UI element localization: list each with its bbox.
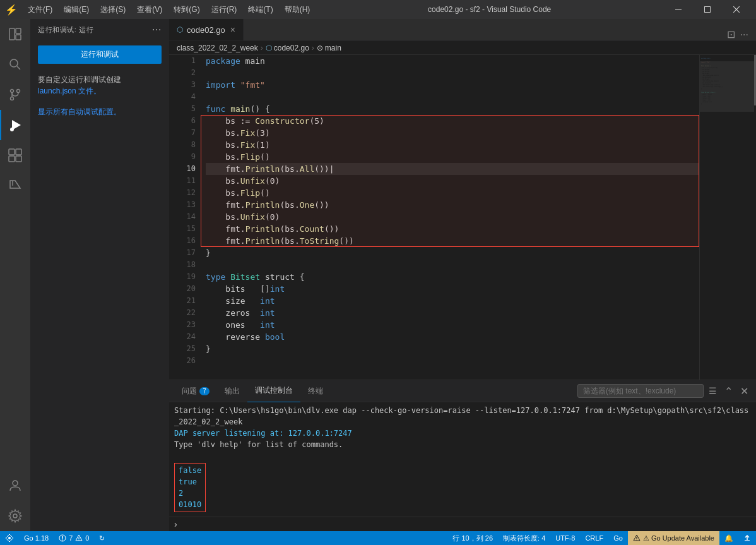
statusbar-go-version[interactable]: Go 1.18 xyxy=(19,531,54,545)
symbol-icon: ⊙ xyxy=(317,44,323,52)
menu-view[interactable]: 查看(V) xyxy=(132,3,167,16)
statusbar-tab-size[interactable]: 制表符长度: 4 xyxy=(498,531,550,545)
svg-point-10 xyxy=(17,90,20,93)
panel-collapse-button[interactable]: ⌃ xyxy=(722,385,735,397)
go-update-text: ⚠ Go Update Available xyxy=(643,534,714,542)
statusbar-right: 行 10，列 26 制表符长度: 4 UTF-8 CRLF Go ⚠ Go Up… xyxy=(447,531,756,545)
svg-line-8 xyxy=(17,66,20,69)
panel-tab-terminal[interactable]: 终端 xyxy=(300,380,331,402)
svg-rect-4 xyxy=(9,28,15,40)
line-num-4: 4 xyxy=(169,91,196,103)
line-num-22: 22 xyxy=(169,307,196,319)
panel-close-button[interactable]: ✕ xyxy=(738,385,751,397)
activity-settings[interactable] xyxy=(0,501,30,531)
statusbar-line-ending[interactable]: CRLF xyxy=(580,531,608,545)
show-all-configs[interactable]: 显示所有自动调试配置。 xyxy=(30,102,169,123)
breadcrumb-folder[interactable]: class_2022_02_2_week xyxy=(177,44,258,52)
panel-list-view-button[interactable]: ☰ xyxy=(706,386,719,396)
code-line-17: } xyxy=(206,247,699,259)
terminal-prompt-bar: › xyxy=(169,517,756,531)
tab-label: code02.go xyxy=(187,25,225,35)
code-line-15: fmt.Println(bs.Count()) xyxy=(206,223,699,235)
output-false: false xyxy=(179,465,201,476)
statusbar-language[interactable]: Go xyxy=(608,531,628,545)
maximize-button[interactable] xyxy=(693,0,722,19)
statusbar-upload[interactable] xyxy=(738,531,756,545)
svg-point-21 xyxy=(13,514,17,518)
code-line-6: bs := Constructor(5) xyxy=(206,115,699,127)
line-num-18: 18 xyxy=(169,259,196,271)
launch-json-link[interactable]: launch.json 文件。 xyxy=(38,87,101,95)
tabs-bar: ⬡ code02.go × ⊡ ··· xyxy=(169,19,756,41)
code-content[interactable]: package main import "fmt" func main() { … xyxy=(201,55,699,380)
statusbar-go-update[interactable]: ⚠ Go Update Available xyxy=(628,531,719,545)
menu-file[interactable]: 文件(F) xyxy=(23,3,57,16)
minimap: package main import "fmt" func main() { … xyxy=(699,55,756,380)
more-actions-button[interactable]: ··· xyxy=(738,29,751,40)
svg-rect-5 xyxy=(16,28,21,33)
tab-close-button[interactable]: × xyxy=(230,25,235,35)
sidebar-header: 运行和调试: 运行 ··· xyxy=(30,19,169,40)
line-num-2: 2 xyxy=(169,67,196,79)
activity-source-control[interactable] xyxy=(0,80,30,110)
sidebar-more-button[interactable]: ··· xyxy=(152,24,162,35)
menu-select[interactable]: 选择(S) xyxy=(95,3,131,16)
menu-edit[interactable]: 编辑(E) xyxy=(59,3,94,16)
error-count: 7 xyxy=(69,534,73,542)
panel-tab-debug-console[interactable]: 调试控制台 xyxy=(247,380,300,402)
statusbar-errors[interactable]: 7 0 xyxy=(54,531,94,545)
statusbar-sync[interactable]: ↻ xyxy=(94,531,110,545)
tab-code02[interactable]: ⬡ code02.go × xyxy=(169,19,244,40)
menu-terminal[interactable]: 终端(T) xyxy=(243,3,278,16)
panel-content[interactable]: Starting: C:\Users\hs1go\bin\dlv.exe dap… xyxy=(169,402,756,517)
line-num-16: 16 xyxy=(169,235,196,247)
code-line-14: bs.Unfix(0) xyxy=(206,211,699,223)
code-line-25: } xyxy=(206,343,699,355)
activity-test[interactable] xyxy=(0,171,30,201)
svg-point-29 xyxy=(636,539,637,540)
terminal-line-blank xyxy=(174,450,751,462)
menu-run[interactable]: 运行(R) xyxy=(206,3,242,16)
bottom-panel: 问题 7 输出 调试控制台 终端 ☰ ⌃ ✕ xyxy=(169,380,756,531)
output-true: true xyxy=(179,476,201,488)
breadcrumb-sep2: › xyxy=(312,44,314,52)
statusbar-position[interactable]: 行 10，列 26 xyxy=(447,531,498,545)
svg-rect-15 xyxy=(9,149,15,155)
breadcrumb-symbol[interactable]: ⊙ main xyxy=(317,44,341,52)
breadcrumb-file[interactable]: ⬡ code02.go xyxy=(266,44,309,52)
code-line-22: zeros int xyxy=(206,307,699,319)
problems-label: 问题 xyxy=(182,386,197,397)
line-num-14: 14 xyxy=(169,211,196,223)
svg-point-7 xyxy=(10,59,18,67)
terminal-line-1: Starting: C:\Users\hs1go\bin\dlv.exe dap… xyxy=(174,405,751,428)
statusbar-notifications[interactable]: 🔔 xyxy=(719,531,738,545)
code-line-23: ones int xyxy=(206,319,699,331)
run-debug-button[interactable]: 运行和调试 xyxy=(38,45,162,64)
activity-extensions[interactable] xyxy=(0,140,30,171)
activity-search[interactable] xyxy=(0,49,30,80)
code-line-13: fmt.Println(bs.One()) xyxy=(206,199,699,211)
panel-tabs: 问题 7 输出 调试控制台 终端 ☰ ⌃ ✕ xyxy=(169,380,756,402)
close-button[interactable] xyxy=(722,0,751,19)
svg-rect-17 xyxy=(9,156,15,162)
activity-run-debug[interactable] xyxy=(0,110,30,140)
go-file-icon: ⬡ xyxy=(177,25,183,34)
svg-point-20 xyxy=(13,481,18,486)
code-line-12: bs.Flip() xyxy=(206,187,699,199)
split-editor-button[interactable]: ⊡ xyxy=(724,28,738,40)
minimize-button[interactable] xyxy=(664,0,693,19)
svg-rect-1 xyxy=(705,7,711,13)
activity-explorer[interactable] xyxy=(0,19,30,49)
panel-filter-input[interactable] xyxy=(577,384,704,398)
menu-goto[interactable]: 转到(G) xyxy=(168,3,204,16)
code-editor[interactable]: 1 2 3 4 5 6 7 8 9 10 11 12 13 14 15 16 1… xyxy=(169,55,756,380)
panel-tab-problems[interactable]: 问题 7 xyxy=(174,380,217,402)
activity-account[interactable] xyxy=(0,470,30,501)
statusbar-encoding[interactable]: UTF-8 xyxy=(550,531,580,545)
line-num-24: 24 xyxy=(169,331,196,343)
code-line-10: fmt.Println(bs.All())| xyxy=(206,163,699,175)
sidebar-title: 运行和调试: 运行 xyxy=(38,25,93,35)
menu-help[interactable]: 帮助(H) xyxy=(280,3,316,16)
panel-tab-output[interactable]: 输出 xyxy=(217,380,247,402)
statusbar-remote[interactable] xyxy=(0,531,19,545)
